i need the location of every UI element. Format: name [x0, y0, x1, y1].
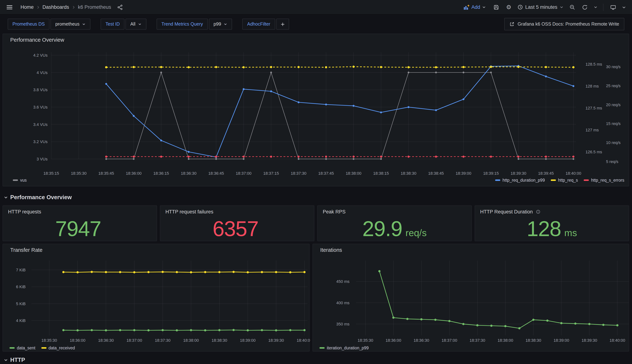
- stat-peak-rps[interactable]: Peak RPS 29.9req/s: [317, 206, 472, 241]
- stat-http-request-failures[interactable]: HTTP request failures 6357: [160, 206, 314, 241]
- axis-tick-label: 18:38:00: [498, 338, 513, 342]
- legend-item-http_req_s_errors[interactable]: http_req_s_errors: [584, 178, 624, 182]
- chevron-down-icon: [138, 22, 142, 26]
- axis-tick-label: 18:36:30: [98, 338, 114, 342]
- axis-tick-label: 18:38:30: [401, 171, 416, 176]
- stat-value: 7947: [55, 213, 101, 244]
- axis-tick-label: 18:38:00: [183, 338, 199, 342]
- legend-swatch: [13, 180, 18, 181]
- series-iteration_duration_p99: [378, 270, 619, 329]
- chevron-down-icon: [560, 5, 564, 9]
- adhoc-filter-add-button[interactable]: [276, 19, 289, 30]
- performance-overview-chart[interactable]: 4.2 VUs4 VUs3.8 VUs3.6 VUs3.4 VUs3.2 VUs…: [3, 34, 629, 188]
- variable-value-trend-metrics-query[interactable]: p99: [209, 19, 232, 30]
- axis-tick-label: 18:39:30: [511, 171, 526, 176]
- chevron-down-icon: [622, 5, 626, 9]
- axis-tick-label: 400 ms: [336, 300, 349, 305]
- axis-tick-label: 18:40:00: [297, 338, 310, 342]
- axis-tick-label: 18:37:45: [318, 171, 334, 176]
- legend-item-vus[interactable]: vus: [13, 178, 27, 182]
- stats-row: HTTP requests 7947 HTTP request failures…: [3, 206, 629, 241]
- axis-tick-label: 18:40:00: [566, 171, 581, 176]
- axis-tick-label: 127.5 ms: [585, 106, 602, 110]
- legend-right: http_req_duration_p99http_req_shttp_req_…: [495, 178, 624, 182]
- docs-link-button[interactable]: Grafana k6 OSS Docs: Prometheus Remote W…: [504, 18, 624, 30]
- breadcrumb-home[interactable]: Home: [21, 4, 34, 10]
- axis-tick-label: 20 req/s: [606, 102, 621, 107]
- axis-tick-label: 18:39:00: [240, 338, 256, 342]
- breadcrumb: Home Dashboards k6 Prometheus: [20, 4, 112, 10]
- axis-tick-label: 128 ms: [585, 84, 599, 88]
- variable-controls: Prometheus DSprometheusTest IDAllTrend M…: [8, 19, 289, 30]
- axis-tick-label: 7 KiB: [16, 268, 26, 272]
- variable-label-adhocfilter[interactable]: AdhocFilter: [243, 19, 275, 30]
- breadcrumb-dashboards[interactable]: Dashboards: [43, 4, 69, 10]
- panel-performance-overview: Performance Overview 4.2 VUs4 VUs3.8 VUs…: [3, 34, 629, 186]
- axis-tick-label: 18:39:45: [538, 171, 554, 176]
- axis-tick-label: 30 req/s: [606, 64, 621, 69]
- variable-label-test-id[interactable]: Test ID: [101, 19, 125, 30]
- refresh-interval-dropdown[interactable]: [592, 2, 599, 12]
- add-button[interactable]: Add: [463, 4, 486, 10]
- series-http_req_duration_p99: [105, 65, 574, 158]
- legend-item-data_received[interactable]: data_received: [41, 346, 75, 350]
- chevron-right-icon: [36, 5, 40, 9]
- variable-label-prometheus-ds[interactable]: Prometheus DS: [8, 19, 49, 30]
- axis-tick-label: 18:37:00: [442, 338, 457, 342]
- legend-item-data_sent[interactable]: data_sent: [10, 346, 35, 350]
- refresh-icon[interactable]: [580, 2, 590, 12]
- axis-tick-label: 4.2 VUs: [33, 53, 48, 58]
- axis-tick-label: 18:35:30: [41, 338, 57, 342]
- variable-label-trend-metrics-query[interactable]: Trend Metrics Query: [157, 19, 208, 30]
- stat-http-request-duration[interactable]: HTTP Request Duration 128ms: [475, 206, 629, 241]
- variable-value-test-id[interactable]: All: [125, 19, 146, 30]
- axis-tick-label: 18:36:15: [153, 171, 169, 176]
- chevron-right-icon: [71, 5, 76, 9]
- section-row-http[interactable]: HTTP: [4, 357, 25, 363]
- axis-tick-label: 18:40:00: [609, 338, 625, 342]
- save-icon[interactable]: [491, 2, 501, 12]
- axis-tick-label: 18:38:15: [373, 171, 389, 176]
- axis-tick-label: 18:36:00: [70, 338, 85, 342]
- chevron-down-icon: [4, 358, 8, 362]
- legend-item-http_req_s[interactable]: http_req_s: [551, 178, 578, 182]
- legend-item-http_req_duration_p99[interactable]: http_req_duration_p99: [495, 178, 545, 182]
- section-row-performance-overview[interactable]: Performance Overview: [4, 194, 72, 201]
- variable-value-prometheus-ds[interactable]: prometheus: [51, 19, 90, 30]
- clock-icon: [517, 4, 523, 10]
- zoom-out-icon[interactable]: [567, 2, 577, 12]
- axis-tick-label: 18:35:30: [357, 338, 373, 342]
- panel-transfer-rate: Transfer Rate 7 KiB6 KiB5 KiB4 KiB18:35:…: [3, 244, 310, 352]
- share-icon[interactable]: [115, 2, 125, 12]
- kiosk-monitor-icon[interactable]: [608, 2, 618, 12]
- legend-swatch: [10, 347, 15, 349]
- axis-tick-label: 127 ms: [585, 128, 599, 132]
- axis-tick-label: 6 KiB: [16, 284, 26, 289]
- legend-swatch: [41, 347, 46, 349]
- legend-item-iteration_duration_p99[interactable]: iteration_duration_p99: [319, 346, 369, 350]
- time-range-picker[interactable]: Last 5 minutes: [516, 4, 565, 10]
- legend-swatch: [495, 180, 500, 181]
- series-data_sent: [62, 329, 306, 332]
- axis-tick-label: 18:36:45: [208, 171, 224, 176]
- stat-http-requests[interactable]: HTTP requests 7947: [3, 206, 157, 241]
- hamburger-menu-icon[interactable]: [5, 2, 15, 12]
- filter-bar: Prometheus DSprometheusTest IDAllTrend M…: [0, 14, 632, 34]
- axis-tick-label: 15 req/s: [606, 121, 621, 126]
- iterations-chart[interactable]: 450 ms400 ms350 ms18:35:3018:36:0018:36:…: [313, 244, 629, 354]
- axis-tick-label: 18:36:00: [385, 338, 401, 342]
- axis-tick-label: 5 KiB: [16, 302, 26, 306]
- axis-tick-label: 3.8 VUs: [33, 88, 48, 92]
- axis-tick-label: 18:39:00: [553, 338, 569, 342]
- chevron-down-icon: [593, 5, 597, 9]
- axis-tick-label: 18:36:30: [413, 338, 429, 342]
- add-panel-icon: [463, 4, 470, 10]
- nav-more-dropdown[interactable]: [620, 2, 627, 12]
- gear-icon[interactable]: ⚙: [504, 2, 514, 12]
- legend-swatch: [551, 180, 556, 181]
- axis-tick-label: 18:39:30: [268, 338, 284, 342]
- chevron-down-icon: [224, 22, 228, 26]
- transfer-rate-chart[interactable]: 7 KiB6 KiB5 KiB4 KiB18:35:3018:36:0018:3…: [3, 244, 310, 354]
- axis-tick-label: 18:38:45: [428, 171, 444, 176]
- axis-tick-label: 18:35:30: [71, 171, 87, 176]
